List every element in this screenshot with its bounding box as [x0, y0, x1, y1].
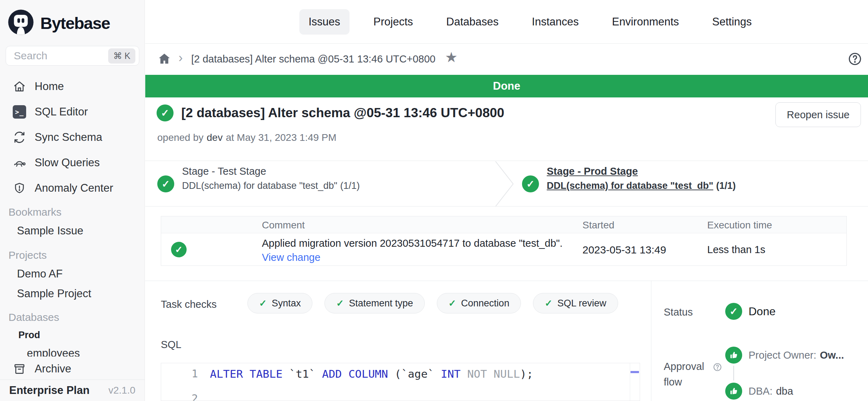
sidebar-item-sample-issue[interactable]: Sample Issue: [17, 225, 83, 237]
stage-check-icon: ✓: [522, 175, 539, 192]
check-icon: ✓: [448, 298, 456, 309]
sidebar-item-home[interactable]: Home: [0, 76, 145, 97]
archive-box-icon: [13, 362, 26, 376]
issue-author: dev: [207, 132, 223, 143]
status-done-check-icon: ✓: [725, 303, 742, 320]
check-chip-statement-type[interactable]: ✓Statement type: [324, 293, 424, 313]
migration-table: Comment Started Execution time ✓ Applied…: [161, 216, 847, 266]
sidebar-section-bookmarks: Bookmarks: [8, 206, 61, 218]
sidebar-item-sql-editor[interactable]: >_ SQL Editor: [0, 101, 145, 123]
star-icon[interactable]: ★: [445, 49, 458, 65]
search-input[interactable]: [14, 50, 108, 62]
sidebar-item-prod[interactable]: Prod: [18, 330, 40, 341]
check-chip-syntax[interactable]: ✓Syntax: [247, 293, 312, 313]
top-navigation: Issues Projects Databases Instances Envi…: [145, 0, 868, 44]
approver-name: dba: [776, 385, 793, 397]
sidebar-item-label: Archive: [35, 363, 71, 375]
view-change-link[interactable]: View change: [262, 252, 321, 263]
approval-connector-line: [733, 366, 734, 381]
version-label: v2.1.0: [108, 385, 135, 396]
tab-instances[interactable]: Instances: [523, 9, 588, 35]
editor-overview-ruler: [630, 363, 640, 401]
status-banner: Done: [145, 75, 868, 97]
ruler-marker: [631, 371, 639, 373]
migration-started: 2023-05-31 13:49: [582, 244, 666, 256]
sidebar-section-databases: Databases: [8, 311, 59, 323]
stage-task: DDL(schema) for database "test_db"(1/1): [547, 180, 736, 191]
tab-databases[interactable]: Databases: [437, 9, 508, 35]
top-nav-items: Issues Projects Databases Instances Envi…: [299, 0, 761, 44]
column-execution-time: Execution time: [707, 220, 772, 231]
sidebar-item-slow-queries[interactable]: Slow Queries: [0, 152, 145, 174]
line-number: 2: [161, 392, 198, 401]
check-icon: ✓: [259, 298, 267, 309]
turtle-icon: [13, 156, 26, 169]
terminal-icon: >_: [13, 105, 26, 119]
sync-icon: [13, 131, 26, 144]
horizontal-divider: [145, 281, 868, 281]
reopen-issue-button[interactable]: Reopen issue: [775, 102, 861, 127]
breadcrumb-chevron-icon: ›: [178, 50, 183, 65]
check-icon: ✓: [336, 298, 344, 309]
sidebar-item-label: Slow Queries: [35, 156, 100, 169]
sidebar-item-anomaly-center[interactable]: Anomaly Center: [0, 177, 145, 199]
migration-table-row: ✓ Applied migration version 202305310547…: [161, 233, 846, 266]
column-started: Started: [582, 220, 614, 231]
sidebar-item-label: Anomaly Center: [35, 182, 113, 194]
sidebar: Bytebase ⌘ K Home >_ SQL Editor Sync Sch…: [0, 0, 145, 401]
bytebase-app: Bytebase ⌘ K Home >_ SQL Editor Sync Sch…: [0, 0, 868, 401]
sidebar-item-label: Home: [35, 80, 64, 93]
sql-editor[interactable]: 1 ALTER TABLE `t1` ADD COLUMN (`age` INT…: [161, 363, 640, 401]
sidebar-item-sample-project[interactable]: Sample Project: [17, 287, 91, 300]
tab-projects[interactable]: Projects: [364, 9, 422, 35]
brand-logo[interactable]: Bytebase: [7, 8, 110, 37]
sidebar-item-employees-clipped[interactable]: employees: [27, 346, 119, 357]
approved-thumbs-up-icon: [725, 383, 742, 400]
approval-help-icon[interactable]: [712, 362, 722, 372]
sidebar-item-label: employees: [27, 346, 119, 357]
stage-check-icon: ✓: [157, 175, 174, 192]
status-label: Status: [664, 306, 693, 318]
sidebar-item-demo-af[interactable]: Demo AF: [17, 268, 63, 280]
home-icon: [13, 80, 26, 93]
approver-name: Ow...: [820, 349, 844, 361]
home-breadcrumb-icon[interactable]: [157, 52, 171, 66]
shield-alert-icon: [13, 181, 26, 195]
breadcrumb-title: [2 databases] Alter schema @05-31 13:46 …: [191, 53, 435, 65]
sidebar-item-sync-schema[interactable]: Sync Schema: [0, 126, 145, 148]
help-icon[interactable]: [847, 51, 863, 67]
sidebar-item-label: SQL Editor: [35, 106, 88, 118]
approver-dba: DBA:dba: [749, 383, 793, 400]
stage-title: Stage - Test Stage: [182, 166, 266, 177]
tab-environments[interactable]: Environments: [603, 9, 688, 35]
row-success-check-icon: ✓: [171, 242, 187, 257]
issue-opened-line: opened bydevat May 31, 2023 1:49 PM: [157, 132, 336, 143]
tab-issues[interactable]: Issues: [299, 9, 350, 35]
sidebar-search: ⌘ K: [6, 46, 139, 66]
vertical-divider: [651, 281, 651, 401]
check-icon: ✓: [545, 298, 552, 309]
sql-code-line-2: 2: [161, 392, 198, 401]
check-chip-sql-review[interactable]: ✓SQL review: [533, 293, 618, 313]
issue-done-check-icon: ✓: [157, 104, 174, 121]
task-check-chips: ✓Syntax ✓Statement type ✓Connection ✓SQL…: [247, 293, 618, 313]
status-value: Done: [749, 303, 776, 320]
sql-code: ALTER TABLE `t1` ADD COLUMN (`age` INT N…: [210, 367, 533, 380]
sidebar-section-projects: Projects: [8, 249, 47, 261]
stage-chevron-divider: [495, 161, 515, 207]
approver-role: DBA:: [749, 385, 773, 397]
opened-suffix: at May 31, 2023 1:49 PM: [226, 132, 336, 143]
tab-settings[interactable]: Settings: [703, 9, 761, 35]
opened-prefix: opened by: [157, 132, 204, 143]
sql-code-line-1: 1 ALTER TABLE `t1` ADD COLUMN (`age` INT…: [161, 367, 533, 380]
sidebar-item-archive[interactable]: Archive: [0, 358, 145, 380]
stage-pipeline: ✓ Stage - Test Stage DDL(schema) for dat…: [145, 161, 868, 207]
line-number: 1: [161, 367, 198, 380]
plan-label: Enterprise Plan: [9, 384, 89, 397]
approver-project-owner: Project Owner:Ow...: [749, 347, 844, 364]
migration-execution-time: Less than 1s: [707, 244, 765, 256]
migration-comment: Applied migration version 20230531054717…: [262, 238, 563, 249]
check-chip-connection[interactable]: ✓Connection: [437, 293, 521, 313]
brand-name: Bytebase: [40, 13, 110, 33]
sql-section-label: SQL: [161, 339, 181, 351]
